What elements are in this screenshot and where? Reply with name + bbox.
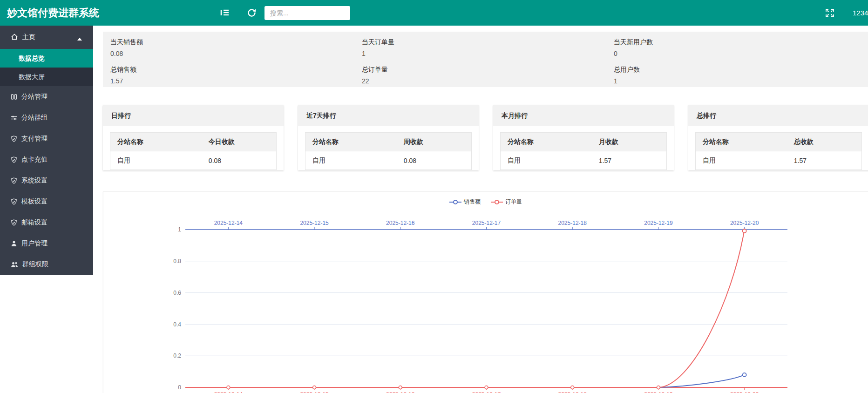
ranking-col-header: 今日收款 <box>202 133 277 151</box>
table-row: 自用1.57 <box>696 151 862 170</box>
sidebar-item-label: 主页 <box>22 33 35 41</box>
legend-item-0[interactable]: 销售额 <box>449 198 481 206</box>
ranking-card-title: 日排行 <box>103 105 284 126</box>
legend-label: 销售额 <box>464 198 481 206</box>
sidebar-item-7[interactable]: 用户管理 <box>0 233 93 254</box>
ranking-col-header: 周收款 <box>397 133 472 151</box>
sidebar-item-label: 点卡充值 <box>21 156 47 164</box>
sidebar-subitem-0[interactable]: 数据总览 <box>0 49 93 68</box>
stat-row2-label-0: 总销售额 <box>110 66 136 74</box>
top-axis-date-label: 2025-12-14 <box>214 220 243 226</box>
shield-check-icon <box>11 219 21 226</box>
ranking-col-header: 分站名称 <box>305 133 397 151</box>
ranking-card-2: 本月排行分站名称月收款自用1.57 <box>493 105 674 170</box>
top-axis-date-label: 2025-12-16 <box>386 220 415 226</box>
sidebar-item-label: 邮箱设置 <box>21 218 47 227</box>
sidebar-item-label: 系统设置 <box>21 176 47 185</box>
data-point-marker <box>313 386 316 389</box>
sidebar-item-6[interactable]: 邮箱设置 <box>0 212 93 233</box>
data-point-marker <box>743 373 746 377</box>
ranking-cell-value: 1.57 <box>787 151 862 170</box>
data-point-marker <box>399 386 402 389</box>
sidebar-item-label: 分站群组 <box>21 114 47 122</box>
ranking-col-header: 总收款 <box>787 133 862 151</box>
bottom-axis-date-label: 2025-12-15 <box>300 391 329 393</box>
data-point-marker <box>227 386 230 389</box>
top-header: 妙文馆付费进群系统 12345 <box>0 0 868 26</box>
shield-check-icon <box>11 156 21 163</box>
sidebar-item-8[interactable]: 群组权限 <box>0 254 93 275</box>
sidebar-subitem-1[interactable]: 数据大屏 <box>0 68 93 86</box>
ranking-cell-name: 自用 <box>110 151 202 170</box>
table-row: 自用0.08 <box>110 151 277 170</box>
stat-column-1: 当天订单量1总订单量22 <box>362 32 576 87</box>
table-row: 自用1.57 <box>501 151 667 170</box>
shield-check-icon <box>11 198 21 205</box>
stat-row1-value-2: 0 <box>614 50 617 57</box>
ranking-table: 分站名称总收款自用1.57 <box>695 132 862 170</box>
stats-summary-panel: 当天销售额0.08总销售额1.57当天订单量1总订单量22当天新用户数0总用户数… <box>103 32 868 87</box>
fullscreen-icon[interactable] <box>825 8 836 20</box>
stat-row2-label-1: 总订单量 <box>362 66 388 74</box>
bottom-axis-date-label: 2025-12-19 <box>644 391 673 393</box>
sidebar-item-label: 模板设置 <box>21 197 47 206</box>
sidebar-item-label: 支付管理 <box>21 135 47 143</box>
shield-check-icon <box>11 177 21 184</box>
sidebar-item-0[interactable]: 分站管理 <box>0 86 93 107</box>
ranking-cell-name: 自用 <box>696 151 787 170</box>
ranking-card-body: 分站名称今日收款自用0.08 <box>103 126 284 170</box>
ranking-col-header: 分站名称 <box>696 133 787 151</box>
sliders-icon <box>11 115 21 121</box>
columns-icon <box>11 94 21 100</box>
stat-column-0: 当天销售额0.08总销售额1.57 <box>110 32 325 87</box>
ranking-cell-value: 1.57 <box>592 151 667 170</box>
sidebar-item-4[interactable]: 系统设置 <box>0 170 93 191</box>
legend-item-1[interactable]: 订单量 <box>491 198 522 206</box>
y-axis-tick-label: 0.8 <box>173 258 181 264</box>
sidebar-item-label: 群组权限 <box>22 260 48 269</box>
sales-orders-chart[interactable]: 00.20.40.60.812025-12-142025-12-152025-1… <box>103 192 868 393</box>
bottom-axis-date-label: 2025-12-18 <box>558 391 587 393</box>
app-title: 妙文馆付费进群系统 <box>7 0 99 26</box>
ranking-card-body: 分站名称总收款自用1.57 <box>688 126 868 170</box>
refresh-icon[interactable] <box>247 8 258 19</box>
sidebar-nav: 主页 数据总览数据大屏 分站管理分站群组支付管理点卡充值系统设置模板设置邮箱设置… <box>0 26 93 275</box>
data-point-marker <box>743 229 746 233</box>
ranking-table: 分站名称周收款自用0.08 <box>305 132 472 170</box>
ranking-cell-name: 自用 <box>501 151 592 170</box>
user-icon <box>11 240 21 247</box>
sidebar-item-1[interactable]: 分站群组 <box>0 107 93 128</box>
ranking-card-0: 日排行分站名称今日收款自用0.08 <box>103 105 284 170</box>
search-input[interactable] <box>264 6 350 20</box>
series-line <box>228 230 744 387</box>
stat-row2-value-2: 1 <box>614 77 617 85</box>
chart-legend: 销售额订单量 <box>103 198 868 206</box>
stat-row1-value-0: 0.08 <box>110 50 123 57</box>
ranking-cards-row: 日排行分站名称今日收款自用0.08近7天排行分站名称周收款自用0.08本月排行分… <box>103 105 868 170</box>
ranking-table: 分站名称今日收款自用0.08 <box>110 132 277 170</box>
bottom-axis-date-label: 2025-12-14 <box>214 391 243 393</box>
bottom-axis-date-label: 2025-12-16 <box>386 391 415 393</box>
sidebar-item-3[interactable]: 点卡充值 <box>0 149 93 170</box>
ranking-cell-value: 0.08 <box>397 151 472 170</box>
ranking-col-header: 分站名称 <box>110 133 202 151</box>
ranking-col-header: 月收款 <box>592 133 667 151</box>
stat-row1-label-2: 当天新用户数 <box>614 38 653 47</box>
data-point-marker <box>657 386 660 389</box>
top-axis-date-label: 2025-12-20 <box>730 220 759 226</box>
y-axis-tick-label: 0.4 <box>173 321 181 328</box>
ranking-cell-value: 0.08 <box>202 151 277 170</box>
sidebar-item-2[interactable]: 支付管理 <box>0 128 93 149</box>
collapse-menu-icon[interactable] <box>220 7 231 19</box>
shield-check-icon <box>11 136 21 142</box>
table-row: 自用0.08 <box>305 151 472 170</box>
ranking-card-title: 总排行 <box>688 105 868 126</box>
stat-row1-label-1: 当天订单量 <box>362 38 394 47</box>
ranking-card-title: 本月排行 <box>493 105 674 126</box>
top-axis-date-label: 2025-12-17 <box>472 220 501 226</box>
group-icon <box>11 261 22 268</box>
sidebar-item-5[interactable]: 模板设置 <box>0 191 93 212</box>
legend-marker-icon <box>491 199 503 205</box>
sidebar-item-home[interactable]: 主页 <box>0 26 93 49</box>
username-label[interactable]: 12345 <box>853 0 868 26</box>
